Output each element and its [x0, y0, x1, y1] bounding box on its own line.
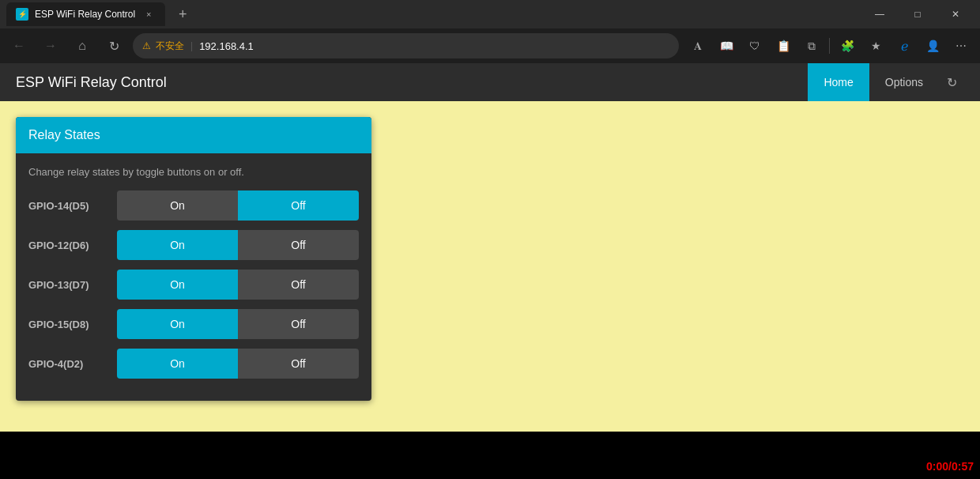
home-button[interactable]: ⌂	[70, 33, 95, 58]
relay-on-gpio4[interactable]: On	[117, 349, 238, 379]
immersive-reader-icon[interactable]: 📖	[714, 33, 739, 58]
toggle-group-gpio14: On Off	[117, 190, 359, 221]
relay-off-gpio14[interactable]: Off	[238, 190, 359, 221]
security-icon: ⚠	[142, 40, 151, 51]
relay-on-gpio14[interactable]: On	[117, 190, 238, 221]
active-tab[interactable]: ⚡ ESP WiFi Relay Control ×	[6, 2, 165, 26]
close-button[interactable]: ✕	[937, 0, 974, 28]
relay-label-gpio4: GPIO-4(D2)	[28, 358, 107, 370]
toggle-group-gpio13: On Off	[117, 270, 359, 300]
relay-card-body: Change relay states by toggle buttons on…	[16, 153, 371, 401]
relay-row: GPIO-14(D5) On Off	[28, 190, 359, 221]
split-screen-icon[interactable]: ⧉	[799, 33, 824, 58]
app-header: ESP WiFi Relay Control Home Options ↻	[0, 63, 980, 101]
window-controls: — □ ✕	[861, 0, 974, 28]
browser-essentials-icon[interactable]: 🛡	[742, 33, 767, 58]
forward-button[interactable]: →	[38, 33, 63, 58]
tab-close-button[interactable]: ×	[141, 7, 156, 21]
nav-options[interactable]: Options	[869, 63, 939, 101]
relay-row: GPIO-15(D8) On Off	[28, 309, 359, 339]
security-label: 不安全	[156, 40, 184, 53]
address-text: 192.168.4.1	[199, 40, 254, 52]
back-button[interactable]: ←	[6, 33, 32, 58]
new-tab-button[interactable]: +	[172, 3, 194, 25]
relay-off-gpio4[interactable]: Off	[238, 349, 359, 379]
toggle-group-gpio12: On Off	[117, 230, 359, 260]
browser-titlebar: ⚡ ESP WiFi Relay Control × + — □ ✕	[0, 0, 980, 28]
relay-card: Relay States Change relay states by togg…	[16, 117, 371, 401]
relay-label-gpio12: GPIO-12(D6)	[28, 240, 107, 251]
minimize-button[interactable]: —	[861, 0, 898, 28]
toolbar-icons: 𝐀 📖 🛡 📋 ⧉ 🧩 ★ ℯ 👤 ⋯	[685, 33, 974, 58]
relay-on-gpio13[interactable]: On	[117, 270, 238, 300]
toolbar-divider	[829, 38, 830, 54]
toggle-group-gpio15: On Off	[117, 309, 359, 339]
relay-label-gpio13: GPIO-13(D7)	[28, 279, 107, 291]
restore-button[interactable]: □	[899, 0, 936, 28]
tab-favicon: ⚡	[16, 8, 28, 21]
address-input[interactable]: ⚠ 不安全 | 192.168.4.1	[133, 33, 679, 58]
settings-more-icon[interactable]: ⋯	[948, 33, 974, 58]
app-refresh-button[interactable]: ↻	[939, 63, 964, 101]
relay-row: GPIO-13(D7) On Off	[28, 270, 359, 300]
relay-row: GPIO-12(D6) On Off	[28, 230, 359, 260]
read-aloud-icon[interactable]: 𝐀	[685, 33, 710, 58]
relay-off-gpio12[interactable]: Off	[238, 230, 359, 260]
relay-card-header: Relay States	[16, 117, 371, 153]
app-title: ESP WiFi Relay Control	[16, 74, 808, 91]
relay-row: GPIO-4(D2) On Off	[28, 349, 359, 379]
edge-icon[interactable]: ℯ	[891, 33, 917, 58]
relay-off-gpio13[interactable]: Off	[238, 270, 359, 300]
profile-icon[interactable]: 👤	[920, 33, 945, 58]
address-bar: ← → ⌂ ↻ ⚠ 不安全 | 192.168.4.1 𝐀 📖 🛡 📋 ⧉ 🧩 …	[0, 28, 980, 63]
relay-label-gpio15: GPIO-15(D8)	[28, 319, 107, 330]
tab-title: ESP WiFi Relay Control	[35, 9, 135, 20]
relay-card-title: Relay States	[28, 128, 100, 141]
favorites-icon[interactable]: ★	[863, 33, 888, 58]
collections-icon[interactable]: 📋	[771, 33, 796, 58]
relay-label-gpio14: GPIO-14(D5)	[28, 200, 107, 212]
relay-instruction: Change relay states by toggle buttons on…	[28, 166, 359, 178]
extensions-icon[interactable]: 🧩	[835, 33, 860, 58]
timer-display: 0:00/0:57	[926, 460, 974, 473]
relay-off-gpio15[interactable]: Off	[238, 309, 359, 339]
nav-home[interactable]: Home	[808, 63, 869, 101]
refresh-button[interactable]: ↻	[101, 33, 126, 58]
relay-on-gpio15[interactable]: On	[117, 309, 238, 339]
nav-links: Home Options ↻	[808, 63, 964, 101]
main-content: Relay States Change relay states by togg…	[0, 101, 980, 432]
toggle-group-gpio4: On Off	[117, 349, 359, 379]
relay-on-gpio12[interactable]: On	[117, 230, 238, 260]
